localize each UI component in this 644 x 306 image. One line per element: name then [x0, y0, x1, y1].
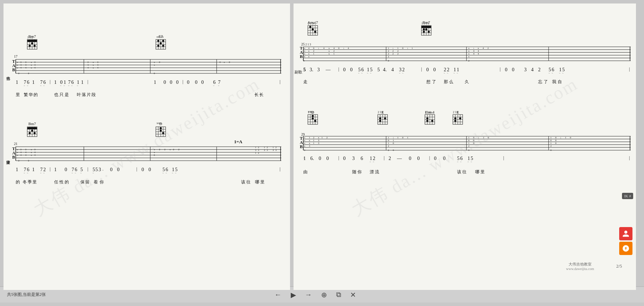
svg-text:1: 1 — [468, 136, 470, 139]
svg-text:0: 0 — [388, 139, 389, 142]
svg-text:5: 5 — [95, 167, 98, 172]
svg-text:4: 4 — [20, 154, 22, 156]
svg-text:保: 保 — [80, 180, 85, 184]
svg-text:_: _ — [460, 160, 462, 162]
svg-text:你: 你 — [99, 180, 104, 184]
svg-text:0: 0 — [338, 47, 340, 50]
svg-text:x: x — [17, 61, 18, 64]
svg-text:x: x — [17, 154, 18, 156]
svg-text:繁: 繁 — [24, 92, 28, 97]
svg-text:的: 的 — [65, 180, 69, 184]
svg-text:4: 4 — [97, 66, 99, 69]
svg-text:x: x — [304, 47, 305, 50]
svg-text:4: 4 — [25, 64, 27, 66]
svg-text:2: 2 — [159, 148, 160, 151]
svg-text:0: 0 — [187, 80, 189, 85]
svg-text:了: 了 — [432, 79, 436, 84]
svg-text:x: x — [328, 52, 330, 55]
svg-text:|: | — [629, 155, 630, 160]
svg-text:着: 着 — [94, 180, 98, 184]
svg-point-284 — [425, 28, 427, 30]
svg-text:0: 0 — [512, 67, 514, 72]
svg-text:4: 4 — [323, 47, 325, 50]
svg-text:0: 0 — [303, 59, 305, 62]
ik-label: IK # — [622, 193, 633, 199]
svg-text:x: x — [154, 148, 155, 151]
svg-text:4: 4 — [34, 154, 36, 156]
svg-text:4: 4 — [25, 154, 27, 156]
svg-text:1: 1 — [565, 136, 566, 139]
svg-text:4: 4 — [348, 47, 349, 50]
svg-text:.: . — [102, 167, 103, 172]
svg-point-285 — [428, 31, 430, 33]
svg-text:x: x — [328, 47, 330, 50]
svg-text:x: x — [224, 61, 225, 64]
forward-button[interactable]: → — [303, 290, 314, 299]
expand-button[interactable]: ⧉ — [334, 290, 343, 299]
svg-point-148 — [160, 127, 162, 129]
svg-text:落: 落 — [82, 92, 86, 97]
svg-text:B: B — [12, 67, 15, 72]
svg-point-461 — [459, 117, 461, 119]
svg-text:0: 0 — [433, 67, 436, 72]
svg-text:_: _ — [27, 83, 28, 86]
svg-text:华: 华 — [29, 92, 33, 97]
svg-text:0: 0 — [170, 80, 172, 85]
svg-text:0: 0 — [473, 136, 475, 139]
svg-text:x: x — [31, 151, 32, 154]
svg-text:1=A: 1=A — [234, 139, 243, 144]
svg-text:1: 1 — [32, 80, 35, 85]
svg-text:2: 2 — [388, 50, 389, 52]
svg-text:1: 1 — [81, 80, 84, 85]
svg-text:_: _ — [456, 71, 458, 74]
svg-text:大伟吉他教室: 大伟吉他教室 — [569, 262, 592, 266]
svg-text:2: 2 — [178, 148, 180, 151]
svg-text:2: 2 — [388, 145, 389, 147]
svg-text:x: x — [93, 64, 94, 66]
svg-text:那: 那 — [444, 79, 448, 84]
svg-text:1: 1 — [388, 142, 389, 145]
svg-text:x: x — [304, 139, 305, 142]
svg-text:x: x — [17, 151, 18, 154]
move-button[interactable]: ⊕ — [319, 290, 329, 300]
svg-point-28 — [162, 45, 164, 47]
svg-text:4: 4 — [391, 67, 394, 72]
svg-text:_: _ — [63, 83, 65, 86]
svg-text:该: 该 — [457, 169, 461, 174]
svg-text:3: 3 — [318, 142, 319, 145]
svg-point-137 — [29, 132, 31, 134]
svg-text:0: 0 — [319, 156, 321, 161]
svg-text:任: 任 — [54, 180, 58, 184]
svg-point-423 — [312, 115, 314, 117]
svg-text:么: 么 — [449, 79, 453, 84]
svg-text:2: 2 — [258, 152, 259, 154]
svg-text:|: | — [87, 167, 88, 172]
svg-text:_: _ — [162, 171, 164, 174]
svg-text:_: _ — [551, 71, 553, 74]
svg-text:2: 2 — [18, 159, 20, 162]
back-button[interactable]: ← — [273, 290, 284, 299]
svg-text:3.: 3. — [310, 67, 313, 72]
close-button[interactable]: ✕ — [348, 290, 358, 300]
svg-text:0: 0 — [201, 80, 204, 85]
user-button[interactable] — [619, 227, 632, 240]
svg-point-136 — [31, 130, 33, 132]
svg-text:4: 4 — [483, 47, 484, 50]
svg-text:x: x — [93, 66, 94, 69]
svg-text:也: 也 — [54, 92, 58, 97]
svg-text:17: 17 — [14, 54, 17, 58]
play-button[interactable]: ▶ — [289, 290, 298, 300]
svg-text:_: _ — [402, 71, 404, 74]
svg-text:|: | — [50, 167, 50, 172]
svg-text:2: 2 — [18, 72, 20, 75]
side-buttons-container — [619, 227, 632, 255]
svg-text:1: 1 — [313, 139, 314, 142]
upload-button[interactable] — [619, 242, 632, 255]
svg-text:4.: 4. — [383, 67, 387, 72]
svg-text:4: 4 — [87, 66, 89, 69]
svg-text:_: _ — [68, 83, 70, 86]
svg-text:1: 1 — [16, 80, 18, 85]
svg-text:忘: 忘 — [538, 79, 542, 84]
svg-text:的: 的 — [16, 180, 20, 184]
svg-text:x: x — [468, 47, 470, 50]
